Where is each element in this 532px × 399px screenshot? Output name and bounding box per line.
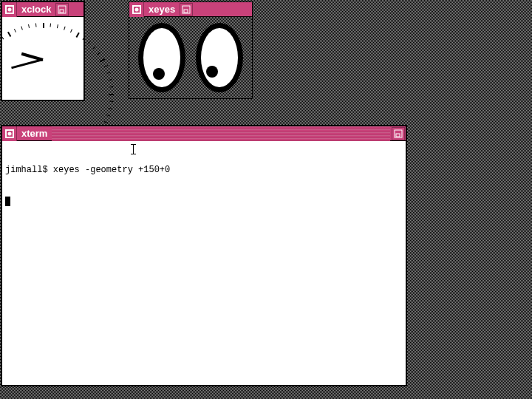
- clock-tick: [106, 115, 110, 116]
- titlebar-xterm[interactable]: xterm: [2, 126, 406, 141]
- svg-rect-11: [396, 134, 400, 137]
- clock-tick: [50, 24, 52, 27]
- clock-tick: [109, 94, 114, 95]
- minimize-button[interactable]: [392, 127, 405, 140]
- svg-rect-3: [60, 10, 64, 13]
- window-xterm[interactable]: xterm jimhall$ xeyes -geometry +150+0: [1, 126, 406, 386]
- window-title: xclock: [17, 4, 55, 15]
- clock-tick: [107, 72, 111, 73]
- clock-tick: [104, 65, 108, 67]
- clock-tick: [35, 23, 37, 27]
- clock-tick: [28, 24, 30, 28]
- svg-point-9: [7, 132, 11, 135]
- terminal-line-1: [5, 196, 403, 206]
- pupil-left: [153, 68, 165, 80]
- clock-tick: [109, 108, 112, 109]
- clock-tick: [93, 47, 96, 50]
- xclock-client: [2, 17, 83, 100]
- clock-tick: [14, 29, 16, 33]
- titlebar-xeyes[interactable]: xeyes: [129, 2, 252, 17]
- minimize-icon: [58, 5, 66, 14]
- clock-tick: [70, 29, 72, 33]
- terminal-line-0: jimhall$ xeyes -geometry +150+0: [5, 165, 403, 175]
- shell-prompt: jimhall$: [5, 165, 53, 175]
- window-xclock[interactable]: xclock: [1, 1, 84, 100]
- text-cursor: [5, 197, 10, 206]
- eye-left: [138, 23, 185, 92]
- minimize-button[interactable]: [55, 3, 69, 16]
- clock-tick: [64, 27, 65, 30]
- clock-tick: [21, 26, 22, 30]
- window-menu-icon: [5, 129, 14, 138]
- clock-tick: [43, 23, 44, 28]
- window-xeyes[interactable]: xeyes: [129, 1, 253, 99]
- window-menu-button[interactable]: [2, 126, 17, 141]
- eye-right: [196, 23, 243, 92]
- window-title: xterm: [17, 128, 52, 139]
- clock-tick: [109, 101, 113, 103]
- minimize-icon: [182, 5, 191, 14]
- svg-point-1: [7, 7, 11, 11]
- window-menu-icon: [5, 5, 14, 14]
- clock-tick: [82, 36, 85, 40]
- window-menu-icon: [132, 5, 141, 14]
- clock-minute-hand: [11, 58, 43, 69]
- titlebar-grip[interactable]: [52, 126, 390, 141]
- terminal-area[interactable]: jimhall$ xeyes -geometry +150+0: [2, 141, 406, 385]
- clock-tick: [110, 86, 114, 88]
- clock-tick: [98, 52, 101, 55]
- clock-tick: [104, 121, 108, 123]
- window-menu-button[interactable]: [2, 2, 17, 17]
- pupil-right: [206, 66, 218, 78]
- clock-tick: [100, 58, 105, 62]
- window-title: xeyes: [144, 4, 180, 15]
- shell-command: xeyes -geometry +150+0: [53, 165, 170, 175]
- clock-tick: [88, 41, 91, 44]
- mouse-ibeam-cursor: [133, 144, 134, 154]
- minimize-button[interactable]: [180, 3, 193, 16]
- clock-face: [7, 21, 79, 95]
- titlebar-xclock[interactable]: xclock: [2, 2, 83, 17]
- xeyes-client: [129, 17, 252, 98]
- clock-tick: [109, 79, 112, 81]
- minimize-icon: [394, 129, 403, 138]
- clock-tick: [1, 36, 4, 40]
- clock-tick: [7, 32, 11, 37]
- clock-tick: [76, 33, 80, 38]
- window-menu-button[interactable]: [129, 2, 144, 17]
- svg-point-5: [134, 7, 138, 11]
- svg-rect-7: [184, 10, 188, 13]
- clock-tick: [57, 24, 58, 28]
